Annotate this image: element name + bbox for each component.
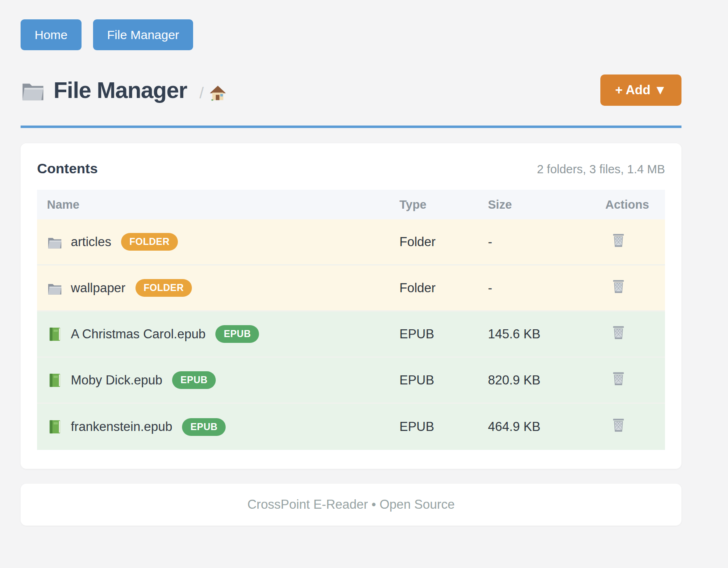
table-row[interactable]: A Christmas Carol.epub EPUB EPUB 145.6 K… <box>37 312 665 358</box>
actions-cell <box>595 279 665 298</box>
file-type: EPUB <box>390 419 478 434</box>
column-header-size: Size <box>478 198 595 212</box>
delete-button[interactable] <box>611 233 626 248</box>
contents-heading: Contents <box>37 161 98 177</box>
actions-cell <box>595 371 665 390</box>
name-cell: Moby Dick.epub EPUB <box>37 371 390 389</box>
actions-cell <box>595 325 665 344</box>
card-header: Contents 2 folders, 3 files, 1.4 MB <box>37 161 665 177</box>
file-type: Folder <box>390 281 478 296</box>
file-type-badge: FOLDER <box>121 233 178 251</box>
breadcrumb-separator: / <box>199 84 204 102</box>
file-name: Moby Dick.epub <box>71 373 162 388</box>
file-name: articles <box>71 235 111 249</box>
file-size: - <box>478 281 595 296</box>
table-row[interactable]: Moby Dick.epub EPUB EPUB 820.9 KB <box>37 358 665 404</box>
file-size: 820.9 KB <box>478 373 595 388</box>
file-type: EPUB <box>390 327 478 342</box>
delete-button[interactable] <box>611 417 626 433</box>
page-title: File Manager <box>54 77 187 103</box>
file-manager-button[interactable]: File Manager <box>93 19 193 50</box>
actions-cell <box>595 233 665 251</box>
file-name: frankenstein.epub <box>71 419 172 434</box>
top-nav: Home File Manager <box>21 19 681 50</box>
file-type-badge: EPUB <box>172 371 216 389</box>
table-row[interactable]: frankenstein.epub EPUB EPUB 464.9 KB <box>37 404 665 450</box>
file-size: 145.6 KB <box>478 327 595 342</box>
book-icon <box>47 373 63 388</box>
book-icon <box>47 327 63 342</box>
file-type-badge: FOLDER <box>135 279 192 297</box>
table-row[interactable]: wallpaper FOLDER Folder - <box>37 265 665 312</box>
name-cell: frankenstein.epub EPUB <box>37 418 390 436</box>
trash-icon <box>611 233 626 248</box>
file-name: wallpaper <box>71 281 126 296</box>
trash-icon <box>611 279 626 294</box>
breadcrumb: / <box>199 84 226 102</box>
file-type-badge: EPUB <box>182 418 226 436</box>
trash-icon <box>611 371 626 386</box>
home-button[interactable]: Home <box>21 19 82 50</box>
file-type: Folder <box>390 235 478 249</box>
add-button[interactable]: + Add ▼ <box>600 74 681 106</box>
table-header: Name Type Size Actions <box>37 190 665 219</box>
contents-card: Contents 2 folders, 3 files, 1.4 MB Name… <box>21 143 681 469</box>
folder-icon <box>21 79 45 101</box>
table-body: articles FOLDER Folder - <box>37 219 665 450</box>
home-icon[interactable] <box>210 85 226 101</box>
table-row[interactable]: articles FOLDER Folder - <box>37 219 665 265</box>
contents-summary: 2 folders, 3 files, 1.4 MB <box>537 163 665 176</box>
column-header-name: Name <box>37 198 390 212</box>
footer-text: CrossPoint E-Reader • Open Source <box>247 497 455 512</box>
column-header-actions: Actions <box>595 198 665 212</box>
name-cell: A Christmas Carol.epub EPUB <box>37 325 390 343</box>
page-header: File Manager / + Add ▼ <box>21 74 681 107</box>
footer-card: CrossPoint E-Reader • Open Source <box>21 484 681 526</box>
trash-icon <box>611 417 626 433</box>
file-size: 464.9 KB <box>478 419 595 434</box>
header-divider <box>21 126 681 128</box>
name-cell: wallpaper FOLDER <box>37 279 390 297</box>
folder-icon <box>47 235 63 249</box>
file-size: - <box>478 235 595 249</box>
delete-button[interactable] <box>611 325 626 340</box>
folder-icon <box>47 281 63 296</box>
file-type: EPUB <box>390 373 478 388</box>
actions-cell <box>595 417 665 436</box>
trash-icon <box>611 325 626 340</box>
file-type-badge: EPUB <box>215 325 259 343</box>
name-cell: articles FOLDER <box>37 233 390 251</box>
column-header-type: Type <box>390 198 478 212</box>
delete-button[interactable] <box>611 371 626 386</box>
file-table: Name Type Size Actions articles FOLDER F… <box>37 190 665 450</box>
file-name: A Christmas Carol.epub <box>71 327 205 342</box>
page: Home File Manager File Manager / <box>21 0 681 526</box>
delete-button[interactable] <box>611 279 626 294</box>
book-icon <box>47 419 63 434</box>
